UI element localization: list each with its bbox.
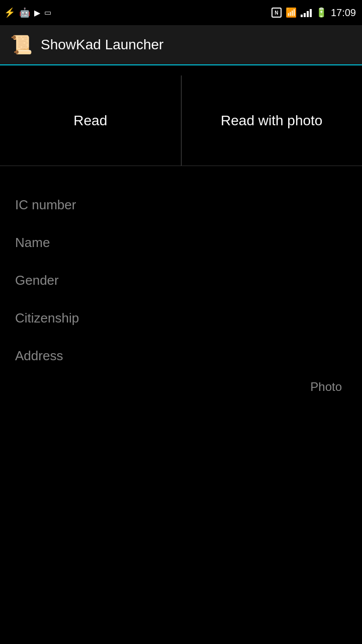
read-button[interactable]: Read [0,75,182,166]
app-bar: 📜 ShowKad Launcher [0,25,362,65]
status-bar: ⚡ 🤖 ▶ ▭ N 📶 🔋 17:09 [0,0,362,25]
gender-field: Gender [15,262,347,299]
play-icon: ▶ [34,8,40,18]
ic-number-field: IC number [15,186,347,224]
nfc-icon: N [272,8,282,18]
signal-icon [301,8,312,17]
fields-container: IC number Name Gender Citizenship Addres… [0,186,362,375]
read-with-photo-button[interactable]: Read with photo [182,75,363,166]
status-right-icons: N 📶 🔋 17:09 [272,7,356,19]
button-row: Read Read with photo [0,75,362,166]
status-left-icons: ⚡ 🤖 ▶ ▭ [4,7,51,18]
app-title: ShowKad Launcher [41,37,163,53]
photo-row: Photo [0,375,362,380]
wifi-icon: 📶 [286,7,297,18]
main-content: Read Read with photo IC number Name Gend… [0,75,362,380]
status-time: 17:09 [331,7,356,19]
name-field: Name [15,224,347,262]
address-field: Address [15,337,347,375]
tablet-icon: ▭ [44,8,51,17]
citizenship-field: Citizenship [15,299,347,337]
battery-icon: 🔋 [316,7,327,18]
app-icon: 📜 [10,34,33,55]
usb-icon: ⚡ [4,7,15,18]
android-icon: 🤖 [19,7,30,18]
photo-label: Photo [310,380,342,394]
